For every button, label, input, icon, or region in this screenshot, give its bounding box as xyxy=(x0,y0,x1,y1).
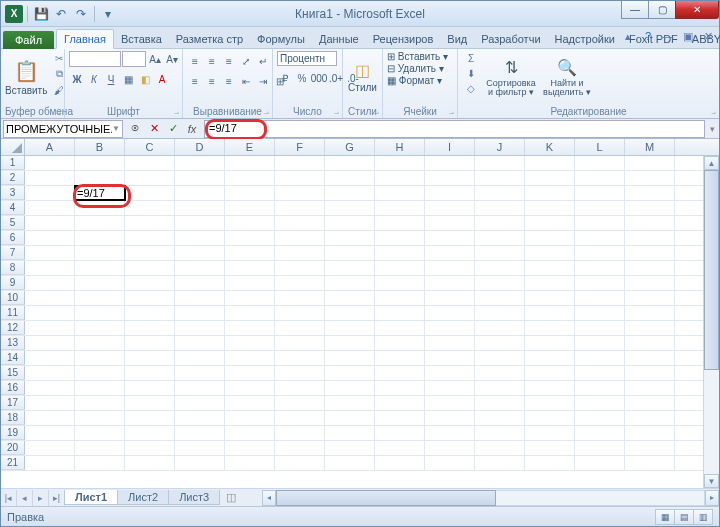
tab-formulas[interactable]: Формулы xyxy=(250,30,312,48)
cell-L16[interactable] xyxy=(575,381,625,395)
cell-J9[interactable] xyxy=(475,276,525,290)
row-header-1[interactable]: 1 xyxy=(1,156,25,170)
cell-B1[interactable] xyxy=(75,156,125,170)
cell-I2[interactable] xyxy=(425,171,475,185)
currency-button[interactable]: ₽ xyxy=(277,70,293,86)
cell-E2[interactable] xyxy=(225,171,275,185)
cell-F9[interactable] xyxy=(275,276,325,290)
cell-D4[interactable] xyxy=(175,201,225,215)
scroll-up-button[interactable]: ▲ xyxy=(704,156,719,170)
cell-J20[interactable] xyxy=(475,441,525,455)
help-icon[interactable]: ? xyxy=(641,30,655,43)
cell-K7[interactable] xyxy=(525,246,575,260)
cell-K21[interactable] xyxy=(525,456,575,470)
cell-G17[interactable] xyxy=(325,396,375,410)
cell-E19[interactable] xyxy=(225,426,275,440)
cell-A21[interactable] xyxy=(25,456,75,470)
cell-C19[interactable] xyxy=(125,426,175,440)
cell-C1[interactable] xyxy=(125,156,175,170)
cell-C12[interactable] xyxy=(125,321,175,335)
save-button[interactable]: 💾 xyxy=(32,5,50,23)
name-box-expand[interactable]: ⦿ xyxy=(126,121,144,137)
doc-restore-icon[interactable]: ▣ xyxy=(681,30,695,43)
cell-L15[interactable] xyxy=(575,366,625,380)
cell-J13[interactable] xyxy=(475,336,525,350)
cell-L14[interactable] xyxy=(575,351,625,365)
cell-L19[interactable] xyxy=(575,426,625,440)
row-header-21[interactable]: 21 xyxy=(1,456,25,470)
view-layout-button[interactable]: ▤ xyxy=(674,509,694,525)
font-name-combo[interactable] xyxy=(69,51,121,67)
row-header-14[interactable]: 14 xyxy=(1,351,25,365)
cell-G15[interactable] xyxy=(325,366,375,380)
tab-nav-prev[interactable]: ◂ xyxy=(17,490,33,506)
cell-B7[interactable] xyxy=(75,246,125,260)
cell-L7[interactable] xyxy=(575,246,625,260)
cell-K16[interactable] xyxy=(525,381,575,395)
cell-I14[interactable] xyxy=(425,351,475,365)
cell-B16[interactable] xyxy=(75,381,125,395)
cell-H4[interactable] xyxy=(375,201,425,215)
row-header-2[interactable]: 2 xyxy=(1,171,25,185)
cell-L9[interactable] xyxy=(575,276,625,290)
cell-D1[interactable] xyxy=(175,156,225,170)
cell-F4[interactable] xyxy=(275,201,325,215)
cancel-formula-button[interactable]: ✕ xyxy=(145,121,163,137)
cell-K13[interactable] xyxy=(525,336,575,350)
sheet-tab-2[interactable]: Лист2 xyxy=(117,490,169,505)
cell-F10[interactable] xyxy=(275,291,325,305)
cell-B21[interactable] xyxy=(75,456,125,470)
cell-A9[interactable] xyxy=(25,276,75,290)
cell-D16[interactable] xyxy=(175,381,225,395)
cell-H15[interactable] xyxy=(375,366,425,380)
cell-K5[interactable] xyxy=(525,216,575,230)
cell-F13[interactable] xyxy=(275,336,325,350)
cell-A17[interactable] xyxy=(25,396,75,410)
font-color-button[interactable]: A xyxy=(154,71,170,87)
cell-L11[interactable] xyxy=(575,306,625,320)
shrink-font-button[interactable]: A▾ xyxy=(164,51,180,67)
cell-M8[interactable] xyxy=(625,261,675,275)
undo-button[interactable]: ↶ xyxy=(52,5,70,23)
orientation-button[interactable]: ⤢ xyxy=(238,53,254,69)
cell-C5[interactable] xyxy=(125,216,175,230)
cell-E18[interactable] xyxy=(225,411,275,425)
cell-F3[interactable] xyxy=(275,186,325,200)
cell-M6[interactable] xyxy=(625,231,675,245)
cell-C8[interactable] xyxy=(125,261,175,275)
fx-button[interactable]: fx xyxy=(183,121,201,137)
align-bottom-button[interactable]: ≡ xyxy=(221,53,237,69)
cell-E7[interactable] xyxy=(225,246,275,260)
worksheet-grid[interactable]: ABCDEFGHIJKLM 123=9/17456789101112131415… xyxy=(1,139,719,488)
cell-M16[interactable] xyxy=(625,381,675,395)
cell-F2[interactable] xyxy=(275,171,325,185)
cell-L10[interactable] xyxy=(575,291,625,305)
cell-F16[interactable] xyxy=(275,381,325,395)
cell-J19[interactable] xyxy=(475,426,525,440)
cell-J18[interactable] xyxy=(475,411,525,425)
cell-M21[interactable] xyxy=(625,456,675,470)
cell-I8[interactable] xyxy=(425,261,475,275)
cell-M3[interactable] xyxy=(625,186,675,200)
row-header-13[interactable]: 13 xyxy=(1,336,25,350)
tab-page-layout[interactable]: Разметка стр xyxy=(169,30,250,48)
cell-J5[interactable] xyxy=(475,216,525,230)
cell-E16[interactable] xyxy=(225,381,275,395)
select-all-corner[interactable] xyxy=(1,139,25,155)
cell-M7[interactable] xyxy=(625,246,675,260)
cell-J2[interactable] xyxy=(475,171,525,185)
cell-F5[interactable] xyxy=(275,216,325,230)
cell-M14[interactable] xyxy=(625,351,675,365)
cell-F18[interactable] xyxy=(275,411,325,425)
cell-M20[interactable] xyxy=(625,441,675,455)
ribbon-minimize-icon[interactable]: ▴ xyxy=(621,30,635,43)
cell-J17[interactable] xyxy=(475,396,525,410)
formula-input[interactable]: =9/17 xyxy=(204,120,705,138)
row-header-5[interactable]: 5 xyxy=(1,216,25,230)
cell-K4[interactable] xyxy=(525,201,575,215)
align-top-button[interactable]: ≡ xyxy=(187,53,203,69)
cell-B6[interactable] xyxy=(75,231,125,245)
row-header-10[interactable]: 10 xyxy=(1,291,25,305)
cell-B18[interactable] xyxy=(75,411,125,425)
row-header-9[interactable]: 9 xyxy=(1,276,25,290)
